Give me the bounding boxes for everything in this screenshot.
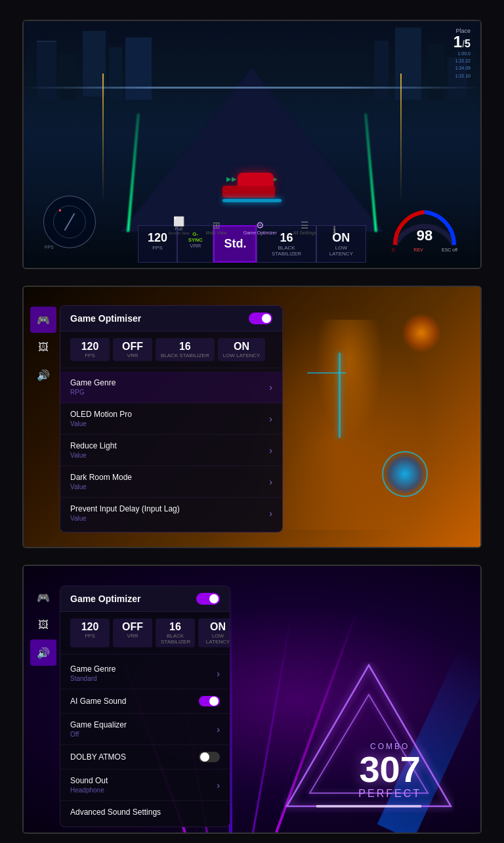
svg-text:98: 98 <box>417 227 432 244</box>
dolby-toggle[interactable] <box>199 752 220 762</box>
sound-menu-genre[interactable]: Game Genre Standard › <box>60 658 230 689</box>
position-current: 1/5 <box>453 34 471 50</box>
chevron-icon: › <box>269 508 272 519</box>
icon-all-settings: ☰ All Settings <box>293 220 316 235</box>
road-surface <box>121 68 383 232</box>
lamp-right <box>400 74 402 202</box>
chevron-icon: › <box>269 382 272 393</box>
icon-multi-view: ⊞ Multi-View <box>206 220 227 235</box>
optimiser-title: Game Optimiser <box>70 313 141 324</box>
optimiser-toggle[interactable] <box>249 313 272 324</box>
building-1 <box>37 41 56 100</box>
optimiser-menu: Game Genre RPG › OLED Motion Pro Value ›… <box>60 368 282 532</box>
chevron-icon: › <box>217 724 220 735</box>
sidebar-sound-3[interactable]: 🔊 <box>30 639 56 666</box>
building-2 <box>60 54 76 100</box>
building-8 <box>395 28 421 100</box>
icon-info: ℹ <box>333 225 336 235</box>
sound-optimizer-header: Game Optimizer <box>60 586 230 612</box>
menu-reduce-light[interactable]: Reduce Light Value › <box>60 435 282 466</box>
hud-icons-bar: ⬜ Full Screen Size ⊞ Multi-View ⚙ Game O… <box>168 216 336 235</box>
optimiser-header: Game Optimiser <box>60 306 282 332</box>
building-4 <box>109 47 122 100</box>
sound-menu-dolby[interactable]: DOLBY ATMOS <box>60 745 230 769</box>
menu-game-genre[interactable]: Game Genre RPG › <box>60 372 282 403</box>
sidebar-picture-2[interactable]: 🖼 <box>30 334 56 360</box>
stat-latency-3: ON Low Latency <box>198 618 230 647</box>
menu-dark-room[interactable]: Dark Room Mode Value › <box>60 466 282 498</box>
minimap <box>43 196 96 248</box>
minimap-label: FPS <box>45 245 54 249</box>
panel-racing: ▶▶ ▶▶ ▶▶ FPS 9 <box>22 20 482 269</box>
lap-times: 1:00.0 1:22.22 1:24.09 1:22.10 <box>453 50 471 79</box>
overhead-structure <box>24 87 480 89</box>
sound-menu-sound-out[interactable]: Sound Out Headphone › <box>60 769 230 801</box>
sound-optimizer-panel: Game Optimizer 120 FPS OFF VRR 16 Black … <box>60 586 230 827</box>
menu-oled-motion[interactable]: OLED Motion Pro Value › <box>60 403 282 435</box>
chevron-icon: › <box>269 445 272 456</box>
sidebar-panel-2: 🎮 🖼 🔊 <box>30 307 56 388</box>
sound-optimizer-toggle[interactable] <box>196 593 220 605</box>
sidebar-gamepad-3[interactable]: 🎮 <box>30 584 56 611</box>
chevron-icon: › <box>217 668 220 679</box>
optimiser-stats: 120 FPS OFF VRR 16 Black Stabilizer ON L… <box>60 332 282 368</box>
sound-menu-equalizer[interactable]: Game Equalizer Off › <box>60 714 230 745</box>
racing-background: ▶▶ ▶▶ ▶▶ FPS 9 <box>24 21 480 268</box>
stat-fps-2: 120 FPS <box>70 338 110 361</box>
lamp-left <box>102 74 104 202</box>
building-7 <box>428 44 444 100</box>
score-area: COMBO 307 PERFECT <box>358 742 421 800</box>
chevron-icon: › <box>269 414 272 424</box>
sound-stats: 120 FPS OFF VRR 16 Black Stabilizer ON L… <box>60 612 230 655</box>
panel-rpg: 🎮 🖼 🔊 Game Optimiser 120 FPS OFF VRR 16 … <box>22 286 482 548</box>
sound-menu-ai-sound[interactable]: AI Game Sound <box>60 689 230 714</box>
sidebar-sound-2[interactable]: 🔊 <box>30 362 56 388</box>
speedometer: 98 D REV ESC off <box>388 202 461 255</box>
menu-input-lag[interactable]: Prevent Input Delay (Input Lag) Value › <box>60 498 282 529</box>
panel-music: COMBO 307 PERFECT 🎮 🖼 🔊 Game Optimizer 1… <box>22 565 482 834</box>
stat-latency-2: ON Low Latency <box>218 338 266 361</box>
icon-game-optimizer: ⚙ Game Optimizer <box>243 220 277 235</box>
sound-optimizer-title: Game Optimizer <box>70 594 140 604</box>
sidebar-panel-3: 🎮 🖼 🔊 <box>30 584 56 666</box>
icon-screen-size: ⬜ Full Screen Size <box>168 216 189 235</box>
stat-vrr-3: OFF VRR <box>113 618 152 647</box>
perfect-label: PERFECT <box>358 788 421 800</box>
sound-menu: Game Genre Standard › AI Game Sound Game… <box>60 655 230 827</box>
stat-vrr-2: OFF VRR <box>113 338 152 361</box>
sound-menu-advanced[interactable]: Advanced Sound Settings <box>60 801 230 823</box>
player-car <box>222 173 282 202</box>
race-position: Place 1/5 1:00.0 1:22.22 1:24.09 1:22.10 <box>453 28 471 79</box>
ai-sound-toggle[interactable] <box>199 696 220 706</box>
score-number: 307 <box>358 751 421 788</box>
sidebar-picture-3[interactable]: 🖼 <box>30 612 56 638</box>
stat-blackstab-3: 16 Black Stabilizer <box>156 618 195 647</box>
chevron-icon: › <box>217 780 220 790</box>
stat-blackstab-2: 16 Black Stabilizer <box>156 338 215 361</box>
chevron-icon: › <box>269 477 272 487</box>
stat-fps-3: 120 FPS <box>70 618 110 647</box>
sidebar-gamepad-2[interactable]: 🎮 <box>30 307 56 333</box>
game-optimiser-panel: Game Optimiser 120 FPS OFF VRR 16 Black … <box>60 305 283 532</box>
